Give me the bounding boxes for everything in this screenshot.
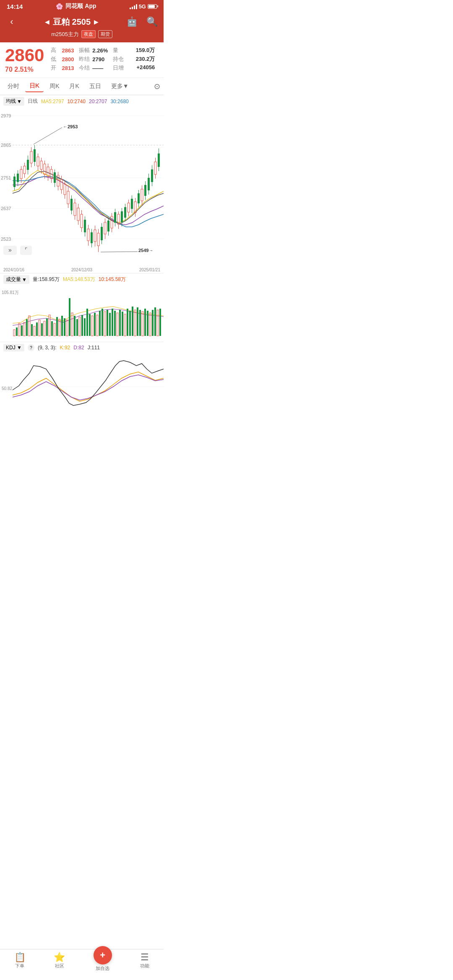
svg-rect-163 — [41, 323, 43, 336]
svg-rect-190 — [109, 313, 111, 336]
svg-rect-167 — [51, 321, 53, 336]
svg-rect-207 — [152, 310, 154, 336]
daily-inc-value: +24056 — [136, 64, 155, 72]
kdj-params: (9, 3, 3): — [38, 345, 57, 351]
high-label: 高 — [51, 47, 59, 54]
svg-rect-60 — [74, 203, 76, 216]
header: ‹ ◀ 豆粕 2505 ▶ 🤖 🔍 m2505主力 夜盘 期货 — [0, 12, 164, 42]
svg-rect-196 — [124, 314, 126, 336]
svg-rect-72 — [87, 229, 89, 241]
svg-text:2979: 2979 — [1, 113, 11, 118]
svg-rect-153 — [16, 328, 18, 336]
svg-rect-180 — [84, 318, 86, 336]
svg-rect-189 — [107, 310, 108, 336]
svg-rect-66 — [81, 214, 83, 228]
help-icon[interactable]: ? — [28, 344, 34, 351]
svg-rect-42 — [54, 172, 56, 183]
svg-rect-51 — [64, 184, 66, 195]
svg-rect-69 — [84, 220, 86, 232]
svg-rect-179 — [81, 315, 83, 336]
tab-weekly-k[interactable]: 周K — [45, 81, 63, 92]
svg-text:50.82: 50.82 — [2, 386, 12, 391]
header-title: ◀ 豆粕 2505 ▶ — [18, 16, 125, 28]
svg-rect-126 — [148, 178, 150, 190]
svg-rect-9 — [17, 174, 19, 182]
vol-selector-label: 成交量 — [6, 276, 21, 283]
price-stats: 量 159.0万 持仓 230.2万 日增 +24056 — [113, 47, 155, 72]
app-name-area: 🌸 同花顺 App — [56, 3, 96, 10]
ma-selector-label: 均线 — [6, 98, 16, 105]
ma-labels: 均线 ▼ 日线 MA5:2797 10:2740 20:2707 30:2680 — [0, 95, 164, 107]
svg-rect-208 — [154, 307, 156, 336]
svg-rect-108 — [128, 203, 130, 212]
search-button[interactable]: 🔍 — [145, 15, 159, 29]
svg-rect-187 — [102, 309, 103, 336]
ma-selector[interactable]: 均线 ▼ — [3, 97, 24, 106]
tab-minute[interactable]: 分时 — [3, 81, 23, 92]
svg-rect-154 — [18, 323, 20, 336]
kdj-d: D:82 — [73, 345, 84, 351]
svg-rect-165 — [46, 318, 48, 336]
ma10-label: 10:2740 — [68, 99, 86, 104]
futures-badge[interactable]: 期货 — [98, 30, 112, 38]
kdj-svg: 50.82 — [0, 353, 164, 420]
svg-rect-182 — [89, 314, 91, 336]
svg-rect-178 — [79, 317, 81, 336]
position-label: 持仓 — [113, 55, 124, 63]
svg-rect-81 — [97, 233, 99, 246]
svg-rect-54 — [67, 191, 69, 204]
svg-rect-184 — [94, 313, 96, 336]
price-col-mid: 振幅 2.26% 昨结 2790 今结 —— — [79, 47, 108, 72]
svg-rect-78 — [94, 230, 96, 242]
next-button[interactable]: ▶ — [94, 18, 99, 25]
price-change: 70 2.51% — [5, 66, 44, 73]
svg-line-144 — [34, 127, 62, 144]
svg-rect-177 — [76, 319, 78, 336]
svg-rect-27 — [37, 157, 39, 166]
svg-rect-199 — [132, 307, 133, 336]
night-badge[interactable]: 夜盘 — [81, 30, 96, 38]
svg-text:105.81万: 105.81万 — [2, 290, 19, 295]
svg-rect-111 — [131, 199, 133, 209]
back-button[interactable]: ‹ — [5, 15, 18, 29]
tab-daily-k[interactable]: 日K — [25, 81, 44, 92]
x-label-1: 2024/10/16 — [3, 268, 24, 272]
svg-rect-87 — [104, 222, 106, 234]
network-type: 5G — [139, 3, 146, 10]
svg-text:2637: 2637 — [1, 206, 11, 211]
svg-rect-164 — [44, 321, 45, 336]
ma20-label: 20:2707 — [89, 99, 107, 104]
svg-text:2549→: 2549→ — [138, 248, 153, 253]
tab-monthly-k[interactable]: 月K — [65, 81, 83, 92]
svg-text:⌜: ⌜ — [25, 247, 28, 253]
candlestick-svg: 2979 2865 2751 2637 2523 ←2953 2549→ » ⌜ — [0, 107, 164, 267]
svg-rect-90 — [107, 221, 109, 231]
svg-rect-24 — [34, 149, 36, 162]
svg-rect-156 — [23, 322, 25, 336]
price-main: 2860 70 2.51% 高 2863 低 2800 开 2813 — [5, 47, 159, 73]
prev-button[interactable]: ◀ — [45, 18, 49, 25]
high-value: 2863 — [62, 47, 74, 54]
amplitude-value: 2.26% — [92, 47, 108, 54]
kdj-k: K:92 — [60, 345, 70, 351]
low-value: 2800 — [62, 56, 74, 62]
header-icons: 🤖 🔍 — [125, 15, 159, 29]
settings-icon[interactable]: ⊙ — [154, 82, 160, 91]
svg-rect-15 — [23, 166, 26, 174]
tab-5day[interactable]: 五日 — [85, 81, 105, 92]
avatar-button[interactable]: 🤖 — [125, 15, 138, 29]
svg-rect-117 — [138, 193, 140, 203]
candlestick-chart[interactable]: 2979 2865 2751 2637 2523 ←2953 2549→ » ⌜ — [0, 107, 164, 267]
svg-rect-159 — [31, 324, 33, 336]
vol-selector[interactable]: 成交量 ▼ — [3, 275, 29, 284]
tab-more[interactable]: 更多▼ — [107, 81, 133, 92]
svg-rect-201 — [137, 307, 138, 336]
open-label: 开 — [51, 64, 59, 72]
kdj-header: KDJ ▼ ? (9, 3, 3): K:92 D:82 J:111 — [0, 342, 164, 353]
kdj-selector[interactable]: KDJ ▼ — [3, 344, 24, 351]
svg-rect-193 — [117, 313, 118, 336]
header-top: ‹ ◀ 豆粕 2505 ▶ 🤖 🔍 — [5, 15, 159, 29]
svg-rect-132 — [154, 162, 156, 174]
svg-rect-12 — [20, 169, 22, 179]
vol-label: 量 — [113, 47, 118, 54]
